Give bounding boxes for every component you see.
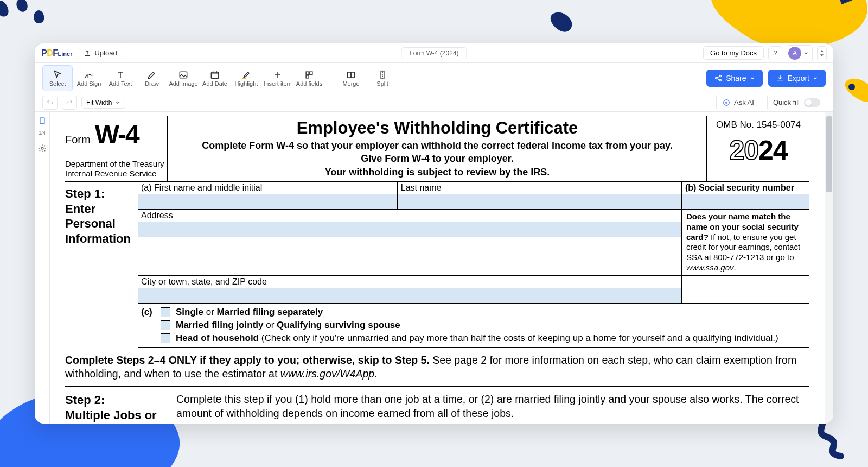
undo-icon <box>46 99 54 106</box>
merge-icon <box>346 70 356 80</box>
city-field[interactable] <box>138 288 681 303</box>
merge-tool[interactable]: Merge <box>336 65 366 91</box>
secondary-toolbar: Fit Width Ask AI Quick fill <box>35 93 833 112</box>
field-label-address: Address <box>138 210 681 222</box>
decoration-blob <box>0 0 65 38</box>
settings-button[interactable] <box>37 143 47 153</box>
undo-button[interactable] <box>42 96 58 110</box>
tool-label: Add Sign <box>77 80 101 87</box>
help-button[interactable]: ? <box>768 46 782 60</box>
filing-status-single: Single or Married filing separately <box>176 307 323 318</box>
avatar: A <box>788 47 801 60</box>
upload-button[interactable]: Upload <box>78 47 123 59</box>
cursor-icon <box>52 70 63 80</box>
pages-panel-button[interactable] <box>37 116 47 126</box>
document-canvas[interactable]: Form W-4 Department of the Treasury Inte… <box>50 112 825 424</box>
document-title[interactable]: Form W-4 (2024) <box>401 47 467 59</box>
filing-status-married: Married filing jointly or Qualifying sur… <box>176 320 400 331</box>
redo-icon <box>66 99 73 106</box>
insert-item-tool[interactable]: Insert item <box>263 65 293 91</box>
calendar-icon <box>209 70 220 80</box>
quick-fill-switch[interactable] <box>804 98 820 107</box>
form-header-right: OMB No. 1545-0074 2024 <box>706 116 809 181</box>
fields-icon <box>304 70 315 80</box>
svg-rect-5 <box>306 75 309 78</box>
tool-label: Select <box>49 80 66 87</box>
chevron-down-icon <box>803 51 809 56</box>
page-indicator: 1/4 <box>39 130 46 136</box>
form-word: Form <box>65 134 91 146</box>
add-image-tool[interactable]: Add Image <box>168 65 199 91</box>
goto-docs-button[interactable]: Go to my Docs <box>703 46 764 60</box>
brand-logo: PDFLiner <box>41 48 72 58</box>
ask-ai-button[interactable]: Ask AI <box>716 96 760 109</box>
vertical-scrollbar[interactable] <box>825 112 833 424</box>
svg-point-10 <box>720 75 722 77</box>
split-tool[interactable]: Split <box>367 65 398 91</box>
zoom-select[interactable]: Fit Width <box>81 97 125 109</box>
select-tool[interactable]: Select <box>42 65 73 91</box>
tool-label: Add Text <box>109 80 132 87</box>
firstname-field[interactable] <box>138 194 397 209</box>
form-subtitle-2: Give Form W-4 to your employer. <box>174 152 701 165</box>
svg-rect-4 <box>310 72 312 74</box>
filing-status-hoh: Head of household (Check only if you're … <box>176 333 778 344</box>
toolbar-separator <box>330 68 330 89</box>
image-icon <box>178 70 189 80</box>
checkbox-single[interactable] <box>161 307 170 317</box>
form-header-center: Employee's Withholding Certificate Compl… <box>168 116 706 181</box>
maximize-button[interactable] <box>817 46 827 60</box>
tool-label: Merge <box>342 80 359 87</box>
step2-label: Step 2: Multiple Jobs or Spouse <box>65 393 176 424</box>
draw-tool[interactable]: Draw <box>137 65 167 91</box>
add-sign-tool[interactable]: Add Sign <box>74 65 104 91</box>
main-toolbar: Select Add Sign Add Text Draw Add Image … <box>35 63 833 93</box>
account-menu[interactable]: A <box>787 45 813 61</box>
app-window: PDFLiner Upload Form W-4 (2024) Go to my… <box>35 43 833 424</box>
checkbox-head-household[interactable] <box>161 333 170 343</box>
field-label-city: City or town, state, and ZIP code <box>138 276 681 288</box>
svg-rect-6 <box>347 72 351 78</box>
lastname-field[interactable] <box>398 194 681 209</box>
dept-line2: Internal Revenue Service <box>65 169 165 179</box>
section-c-marker: (c) <box>141 307 155 318</box>
add-text-tool[interactable]: Add Text <box>105 65 136 91</box>
left-rail: 1/4 <box>35 112 50 424</box>
svg-rect-3 <box>306 72 309 74</box>
dept-line1: Department of the Treasury <box>65 159 165 169</box>
export-button[interactable]: Export <box>768 70 826 87</box>
ssn-field[interactable] <box>682 194 809 209</box>
address-field[interactable] <box>138 222 681 237</box>
checkbox-married-jointly[interactable] <box>161 320 170 330</box>
split-icon <box>377 70 388 80</box>
ask-ai-label: Ask AI <box>734 98 754 106</box>
titlebar: PDFLiner Upload Form W-4 (2024) Go to my… <box>35 43 833 63</box>
svg-point-0 <box>848 84 855 90</box>
scrollbar-thumb[interactable] <box>826 116 832 192</box>
add-date-tool[interactable]: Add Date <box>200 65 230 91</box>
tool-label: Add fields <box>296 80 322 87</box>
tool-label: Split <box>376 80 388 87</box>
form-header-left: Form W-4 Department of the Treasury Inte… <box>65 116 168 181</box>
quick-fill-label: Quick fill <box>773 98 800 106</box>
instruction-paragraph: Complete Steps 2–4 ONLY if they apply to… <box>65 348 809 388</box>
tool-label: Add Image <box>169 80 197 87</box>
svg-point-15 <box>41 147 43 149</box>
form-w4-document: Form W-4 Department of the Treasury Inte… <box>65 116 809 424</box>
redo-button[interactable] <box>62 96 77 110</box>
form-subtitle-1: Complete Form W-4 so that your employer … <box>174 139 701 152</box>
svg-rect-2 <box>211 72 218 79</box>
share-icon <box>714 74 723 83</box>
share-button[interactable]: Share <box>706 70 762 87</box>
pencil-icon <box>146 70 157 80</box>
decoration-blob <box>841 76 868 109</box>
plus-icon <box>272 70 283 80</box>
tool-label: Add Date <box>202 80 227 87</box>
quick-fill-toggle: Quick fill <box>767 96 826 109</box>
add-fields-tool[interactable]: Add fields <box>294 65 324 91</box>
tool-label: Highlight <box>235 80 258 87</box>
highlight-tool[interactable]: Highlight <box>231 65 261 91</box>
field-label-ssn: (b) Social security number <box>685 183 794 192</box>
download-icon <box>776 74 784 83</box>
chevron-down-icon <box>813 75 818 81</box>
